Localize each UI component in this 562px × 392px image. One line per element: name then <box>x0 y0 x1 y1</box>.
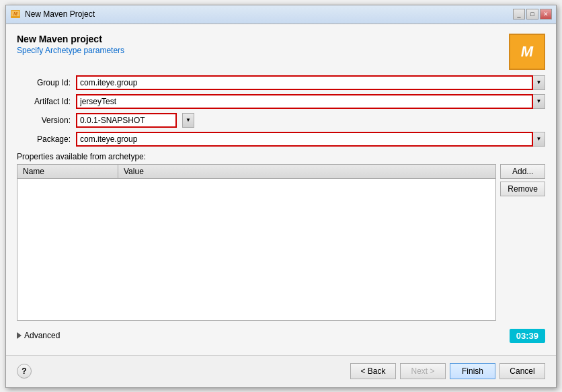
package-wrapper: ▼ <box>76 132 545 147</box>
finish-button[interactable]: Finish <box>450 363 495 379</box>
title-bar-left: M New Maven Project <box>10 9 95 19</box>
help-button[interactable]: ? <box>17 364 32 379</box>
dialog-content: New Maven project Specify Archetype para… <box>6 24 556 355</box>
dialog-title: New Maven project <box>17 34 124 44</box>
minimize-button[interactable]: _ <box>513 9 525 19</box>
footer-left: ? <box>17 364 32 379</box>
next-button[interactable]: Next > <box>400 363 446 379</box>
dialog-footer: ? < Back Next > Finish Cancel <box>6 355 556 387</box>
properties-table-wrapper: Name Value Add... Remove <box>17 164 545 321</box>
table-action-buttons: Add... Remove <box>500 164 545 321</box>
advanced-toggle[interactable]: Advanced <box>17 331 60 340</box>
package-dropdown[interactable]: ▼ <box>533 132 545 147</box>
window-title: New Maven Project <box>25 9 95 19</box>
chevron-right-icon <box>17 332 22 339</box>
version-dropdown[interactable]: ▼ <box>182 113 194 128</box>
group-id-row: Group Id: ▼ <box>17 75 545 90</box>
table-header: Name Value <box>17 165 495 179</box>
advanced-label: Advanced <box>24 331 60 340</box>
main-window: M New Maven Project _ □ ✕ New Maven proj… <box>5 5 557 388</box>
version-label: Version: <box>17 116 71 125</box>
artifact-id-label: Artifact Id: <box>17 97 71 106</box>
group-id-input[interactable] <box>76 75 533 90</box>
dialog-header: New Maven project Specify Archetype para… <box>17 34 545 70</box>
value-column-header: Value <box>118 165 495 178</box>
artifact-id-wrapper: ▼ <box>76 94 545 109</box>
group-id-dropdown[interactable]: ▼ <box>533 75 545 90</box>
artifact-id-dropdown[interactable]: ▼ <box>533 94 545 109</box>
cancel-button[interactable]: Cancel <box>499 363 545 379</box>
properties-table: Name Value <box>17 164 496 321</box>
title-bar: M New Maven Project _ □ ✕ <box>6 5 556 24</box>
maximize-button[interactable]: □ <box>526 9 538 19</box>
group-id-wrapper: ▼ <box>76 75 545 90</box>
advanced-row: Advanced 03:39 <box>17 326 545 346</box>
remove-button[interactable]: Remove <box>500 182 545 196</box>
footer-buttons: < Back Next > Finish Cancel <box>350 363 545 379</box>
artifact-id-input[interactable] <box>76 94 533 109</box>
package-label: Package: <box>17 134 71 144</box>
maven-logo: M <box>509 34 545 70</box>
name-column-header: Name <box>17 165 118 178</box>
version-row: Version: ▼ <box>17 113 545 128</box>
add-button[interactable]: Add... <box>500 164 545 179</box>
package-input[interactable] <box>76 132 533 147</box>
artifact-id-row: Artifact Id: ▼ <box>17 94 545 109</box>
header-text: New Maven project Specify Archetype para… <box>17 34 124 55</box>
archetype-subtitle[interactable]: Specify Archetype parameters <box>17 46 124 55</box>
timer-badge: 03:39 <box>510 329 545 343</box>
package-row: Package: ▼ <box>17 132 545 147</box>
close-button[interactable]: ✕ <box>540 9 552 19</box>
window-icon: M <box>10 9 21 19</box>
archetype-form: Group Id: ▼ Artifact Id: ▼ Version: ▼ <box>17 75 545 147</box>
table-body <box>17 179 495 320</box>
title-bar-controls: _ □ ✕ <box>513 9 552 19</box>
group-id-label: Group Id: <box>17 78 71 87</box>
version-input[interactable] <box>76 113 177 128</box>
properties-section: Properties available from archetype: Nam… <box>17 152 545 321</box>
properties-label: Properties available from archetype: <box>17 152 545 161</box>
svg-text:M: M <box>13 11 17 16</box>
back-button[interactable]: < Back <box>350 363 396 379</box>
